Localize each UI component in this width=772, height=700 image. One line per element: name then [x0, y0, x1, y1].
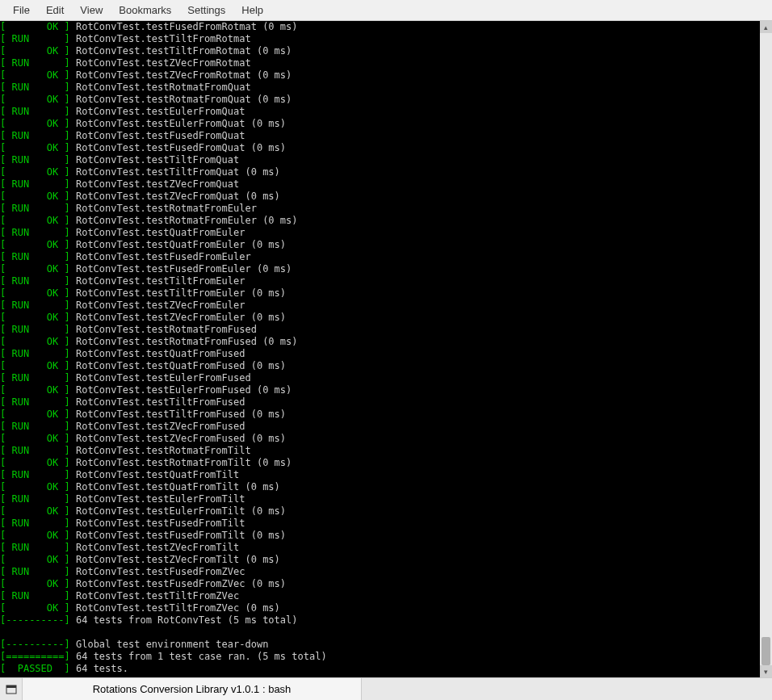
scroll-up-arrow-icon[interactable]: ▴ — [760, 21, 772, 33]
menu-bookmarks[interactable]: Bookmarks — [111, 2, 179, 18]
scroll-down-arrow-icon[interactable]: ▾ — [760, 665, 772, 677]
tab-title: Rotations Conversion Library v1.0.1 : ba… — [93, 683, 292, 695]
menu-file[interactable]: File — [5, 2, 38, 18]
menu-edit[interactable]: Edit — [38, 2, 72, 18]
svg-rect-1 — [6, 685, 16, 688]
scroll-thumb[interactable] — [762, 637, 770, 665]
tab-active[interactable]: Rotations Conversion Library v1.0.1 : ba… — [23, 678, 362, 700]
menu-view[interactable]: View — [72, 2, 111, 18]
scrollbar[interactable]: ▴ ▾ — [760, 21, 772, 677]
menubar: File Edit View Bookmarks Settings Help — [0, 0, 772, 21]
terminal-area: [ OK ] RotConvTest.testFusedFromRotmat (… — [0, 21, 772, 677]
terminal-output[interactable]: [ OK ] RotConvTest.testFusedFromRotmat (… — [0, 21, 760, 677]
menu-settings[interactable]: Settings — [179, 2, 233, 18]
tabbar: Rotations Conversion Library v1.0.1 : ba… — [0, 677, 772, 700]
scroll-track[interactable] — [760, 33, 772, 665]
new-tab-button[interactable] — [0, 678, 23, 701]
terminal-icon — [6, 684, 17, 695]
menu-help[interactable]: Help — [233, 2, 271, 18]
